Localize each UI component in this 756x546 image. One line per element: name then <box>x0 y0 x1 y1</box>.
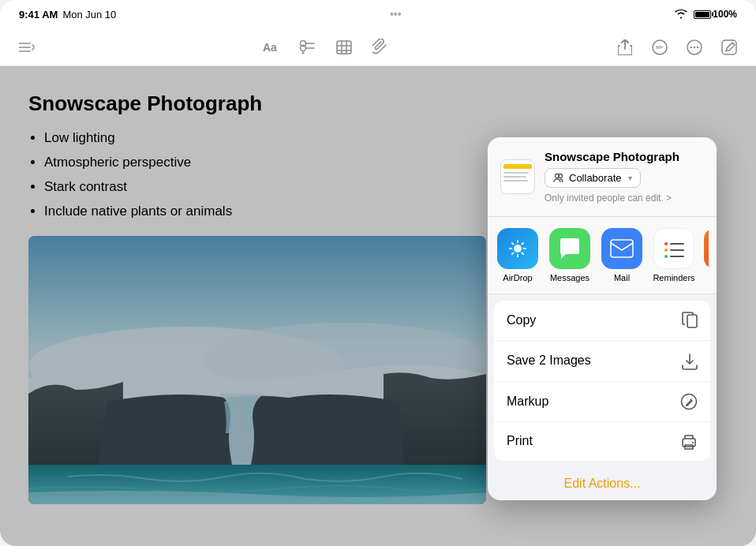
toolbar-right: ✏ <box>614 36 740 58</box>
main-content: Snowscape Photograph Low lighting Atmosp… <box>0 66 756 546</box>
share-actions-list: Copy Save 2 Images <box>494 301 710 461</box>
airdrop-label: AirDrop <box>503 273 532 282</box>
toolbar-left <box>16 36 38 58</box>
airdrop-icon <box>497 228 538 269</box>
markup-action[interactable]: Markup <box>494 382 710 422</box>
partial-app-icon <box>704 228 709 269</box>
edit-actions-button[interactable]: Edit Actions... <box>488 467 717 500</box>
markup-action-icon <box>680 393 698 410</box>
dots-icon: ••• <box>390 8 402 21</box>
svg-point-8 <box>302 51 305 54</box>
markup-button[interactable]: ✏ <box>649 36 671 58</box>
format-text-button[interactable]: Aa <box>260 36 283 58</box>
share-button[interactable] <box>614 36 636 58</box>
svg-point-18 <box>694 46 695 47</box>
chevron-down-icon: ▾ <box>628 174 632 182</box>
save-images-icon <box>682 352 698 369</box>
reminders-icon <box>653 228 694 269</box>
svg-point-19 <box>697 46 698 47</box>
save-images-action[interactable]: Save 2 Images <box>494 341 710 381</box>
messages-app[interactable]: Messages <box>548 228 592 282</box>
copy-label: Copy <box>507 313 536 327</box>
note-thumbnail <box>500 159 535 194</box>
copy-icon <box>682 312 698 329</box>
svg-point-27 <box>514 245 522 252</box>
svg-point-30 <box>664 249 668 252</box>
table-button[interactable] <box>333 36 355 58</box>
airdrop-app[interactable]: AirDrop <box>496 228 540 282</box>
collaborate-button[interactable]: Collaborate ▾ <box>545 168 641 188</box>
toolbar: Aa <box>0 28 756 66</box>
edit-button[interactable] <box>718 36 740 58</box>
status-bar-right: 100% <box>675 9 737 20</box>
collapse-button[interactable] <box>16 36 38 58</box>
wifi-icon <box>675 9 687 19</box>
print-icon <box>680 433 698 450</box>
partial-app <box>704 228 709 282</box>
collaborate-label: Collaborate <box>569 172 622 184</box>
status-date: Mon Jun 10 <box>62 9 116 21</box>
save-images-label: Save 2 Images <box>507 353 591 368</box>
reminders-app[interactable]: Reminders <box>652 228 696 282</box>
copy-action[interactable]: Copy <box>494 301 710 341</box>
attach-button[interactable] <box>369 36 391 58</box>
share-header: Snowscape Photograph Collaborate ▾ Only … <box>488 137 717 217</box>
more-button[interactable] <box>683 36 705 58</box>
svg-point-36 <box>682 394 697 409</box>
svg-rect-28 <box>611 240 633 257</box>
mail-icon <box>601 228 642 269</box>
edit-actions-label: Edit Actions... <box>564 477 641 490</box>
markup-label: Markup <box>507 395 548 409</box>
ipad-frame: 9:41 AM Mon Jun 10 ••• 100% <box>0 0 756 546</box>
status-bar: 9:41 AM Mon Jun 10 ••• 100% <box>0 0 756 28</box>
print-action[interactable]: Print <box>494 422 710 461</box>
share-sheet: Snowscape Photograph Collaborate ▾ Only … <box>488 137 717 500</box>
mail-app[interactable]: Mail <box>600 228 644 282</box>
svg-text:✏: ✏ <box>656 43 664 52</box>
svg-point-29 <box>664 242 668 245</box>
messages-icon <box>549 228 590 269</box>
mail-label: Mail <box>614 273 630 282</box>
svg-rect-35 <box>687 315 697 327</box>
share-header-info: Snowscape Photograph Collaborate ▾ Only … <box>545 150 704 204</box>
svg-point-38 <box>692 442 694 443</box>
battery-icon: 100% <box>694 9 737 20</box>
battery-label: 100% <box>713 9 737 20</box>
invite-text[interactable]: Only invited people can edit. > <box>545 193 704 204</box>
status-time: 9:41 AM <box>19 9 58 21</box>
svg-point-17 <box>691 46 692 47</box>
people-icon <box>553 173 564 184</box>
svg-rect-20 <box>722 40 736 54</box>
reminders-label: Reminders <box>653 273 694 282</box>
svg-rect-9 <box>337 41 351 54</box>
messages-label: Messages <box>550 273 589 282</box>
print-label: Print <box>507 434 533 448</box>
share-note-title: Snowscape Photograph <box>545 150 704 163</box>
share-apps-row: AirDrop Messages <box>488 217 717 294</box>
toolbar-center: Aa <box>260 36 391 58</box>
status-bar-left: 9:41 AM Mon Jun 10 <box>19 9 116 21</box>
svg-text:Aa: Aa <box>263 41 277 54</box>
svg-point-31 <box>664 255 668 258</box>
checklist-button[interactable] <box>297 36 319 58</box>
status-bar-center: ••• <box>390 8 402 21</box>
